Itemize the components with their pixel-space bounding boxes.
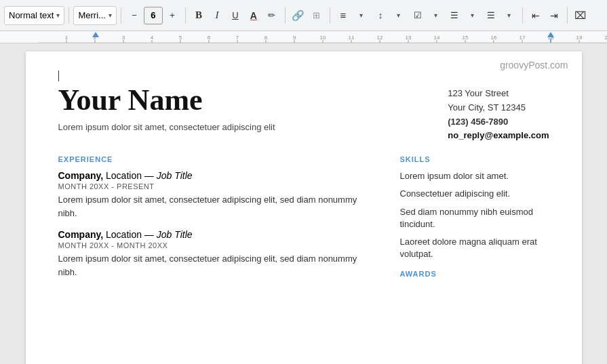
job2-desc: Lorem ipsum dolor sit amet, consectetuer… xyxy=(58,252,378,279)
insert-button[interactable]: ⊞ xyxy=(308,7,326,24)
highlight-button[interactable]: ✏ xyxy=(263,7,281,24)
big-name: Your Name xyxy=(58,84,448,117)
svg-text:20: 20 xyxy=(605,35,607,41)
bullets-button[interactable]: ☰ xyxy=(446,7,463,24)
svg-text:5: 5 xyxy=(179,35,182,41)
font-size-increase-button[interactable]: + xyxy=(163,7,181,24)
job2-company: Company, xyxy=(58,229,104,240)
col-right: SKILLS Lorem ipsum dolor sit amet. Conse… xyxy=(400,155,549,288)
svg-text:11: 11 xyxy=(349,35,355,41)
align-chevron[interactable]: ▾ xyxy=(353,7,370,24)
job-title-line-2: Company, Location — Job Title xyxy=(58,229,378,240)
italic-button[interactable]: I xyxy=(208,7,226,24)
sep-7 xyxy=(567,7,568,24)
tagline: Lorem ipsum dolor sit amet, consectetuer… xyxy=(58,122,448,132)
style-select-label: Normal text xyxy=(9,10,54,20)
numbering-button[interactable]: ☰ xyxy=(482,7,500,24)
font-select-label: Merri... xyxy=(78,10,105,20)
sep-6 xyxy=(522,7,523,24)
align-button[interactable]: ≡ xyxy=(334,7,352,24)
svg-text:15: 15 xyxy=(463,35,469,41)
checklist-chevron[interactable]: ▾ xyxy=(427,7,445,24)
job1-title: Job Title xyxy=(157,170,193,181)
svg-text:16: 16 xyxy=(491,35,497,41)
svg-text:4: 4 xyxy=(151,35,154,41)
font-select-group: Merri... ▾ xyxy=(73,6,116,25)
job2-dates: MONTH 20XX - MONTH 20XX xyxy=(58,241,378,249)
text-cursor xyxy=(58,70,59,81)
cursor-area xyxy=(58,70,549,81)
indent-group: ⇤ ⇥ xyxy=(527,7,563,24)
skill-4: Laoreet dolore magna aliquam erat volutp… xyxy=(400,236,549,260)
job2-location: Location — xyxy=(106,229,157,240)
resume-body: EXPERIENCE Company, Location — Job Title… xyxy=(58,155,549,288)
clear-format-button[interactable]: ⌧ xyxy=(572,7,589,24)
job-entry-2: Company, Location — Job Title MONTH 20XX… xyxy=(58,229,378,279)
svg-text:6: 6 xyxy=(208,35,211,41)
insert-group: 🔗 ⊞ xyxy=(290,7,326,24)
underline-button[interactable]: U xyxy=(227,7,244,24)
indent-increase-button[interactable]: ⇥ xyxy=(545,7,563,24)
font-chevron: ▾ xyxy=(109,12,112,19)
name-block: Your Name Lorem ipsum dolor sit amet, co… xyxy=(58,84,448,132)
contact-street: 123 Your Street xyxy=(448,87,549,101)
svg-text:12: 12 xyxy=(377,35,383,41)
spacing-chevron[interactable]: ▾ xyxy=(390,7,408,24)
numbering-chevron[interactable]: ▾ xyxy=(501,7,518,24)
sep-4 xyxy=(285,7,286,24)
style-select[interactable]: Normal text ▾ xyxy=(4,6,64,25)
font-size-group: − 6 + xyxy=(125,7,181,24)
svg-text:14: 14 xyxy=(434,35,440,41)
bold-button[interactable]: B xyxy=(190,7,208,24)
link-button[interactable]: 🔗 xyxy=(290,7,307,24)
indent-decrease-button[interactable]: ⇤ xyxy=(527,7,545,24)
checklist-button[interactable]: ☑ xyxy=(409,7,427,24)
svg-text:3: 3 xyxy=(122,35,125,41)
style-select-group: Normal text ▾ xyxy=(4,6,64,25)
svg-text:9: 9 xyxy=(293,35,296,41)
job1-desc: Lorem ipsum dolor sit amet, consectetuer… xyxy=(58,193,378,220)
font-size-decrease-button[interactable]: − xyxy=(125,7,143,24)
experience-header: EXPERIENCE xyxy=(58,155,378,163)
svg-text:7: 7 xyxy=(236,35,239,41)
font-select[interactable]: Merri... ▾ xyxy=(73,6,116,25)
document-page[interactable]: groovyPost.com Your Name Lorem ipsum dol… xyxy=(26,52,582,364)
svg-text:13: 13 xyxy=(406,35,412,41)
watermark: groovyPost.com xyxy=(500,60,568,70)
spacing-group: ↕ ▾ xyxy=(372,7,408,24)
ruler-svg: // ticks drawn in CSS/SVG 1 2 3 4 5 6 7 … xyxy=(38,31,607,43)
awards-header: AWARDS xyxy=(400,270,549,278)
ruler: // ticks drawn in CSS/SVG 1 2 3 4 5 6 7 … xyxy=(0,31,607,43)
list-group: ☑ ▾ ☰ ▾ ☰ ▾ xyxy=(409,7,518,24)
sep-2 xyxy=(121,7,121,24)
contact-phone: (123) 456-7890 xyxy=(448,115,549,129)
skill-1: Lorem ipsum dolor sit amet. xyxy=(400,170,549,182)
toolbar: Normal text ▾ Merri... ▾ − 6 + B I U A ✏… xyxy=(0,0,607,31)
contact-email: no_reply@example.com xyxy=(448,129,549,143)
bullets-chevron[interactable]: ▾ xyxy=(464,7,482,24)
skills-header: SKILLS xyxy=(400,155,549,163)
ruler-inner: // ticks drawn in CSS/SVG 1 2 3 4 5 6 7 … xyxy=(0,31,607,43)
job-title-line-1: Company, Location — Job Title xyxy=(58,170,378,181)
skill-2: Consectetuer adipiscing elit. xyxy=(400,188,549,200)
resume-header: Your Name Lorem ipsum dolor sit amet, co… xyxy=(58,84,549,143)
font-color-button[interactable]: A xyxy=(245,7,262,24)
svg-text:2: 2 xyxy=(94,35,97,41)
job-entry-1: Company, Location — Job Title MONTH 20XX… xyxy=(58,170,378,220)
sep-1 xyxy=(68,7,69,24)
job1-location: Location — xyxy=(106,170,157,181)
skill-3: Sed diam nonummy nibh euismod tincidunt. xyxy=(400,206,549,230)
col-left: EXPERIENCE Company, Location — Job Title… xyxy=(58,155,378,288)
sep-5 xyxy=(330,7,330,24)
document-area: groovyPost.com Your Name Lorem ipsum dol… xyxy=(0,43,607,364)
svg-text:1: 1 xyxy=(65,35,68,41)
line-spacing-button[interactable]: ↕ xyxy=(372,7,389,24)
svg-text:10: 10 xyxy=(320,35,326,41)
svg-text:19: 19 xyxy=(576,35,583,41)
align-group: ≡ ▾ xyxy=(334,7,370,24)
contact-block: 123 Your Street Your City, ST 12345 (123… xyxy=(448,84,549,143)
job2-title: Job Title xyxy=(157,229,193,240)
svg-text:8: 8 xyxy=(265,35,268,41)
format-group: B I U A ✏ xyxy=(190,7,281,24)
font-size-value[interactable]: 6 xyxy=(144,7,163,24)
